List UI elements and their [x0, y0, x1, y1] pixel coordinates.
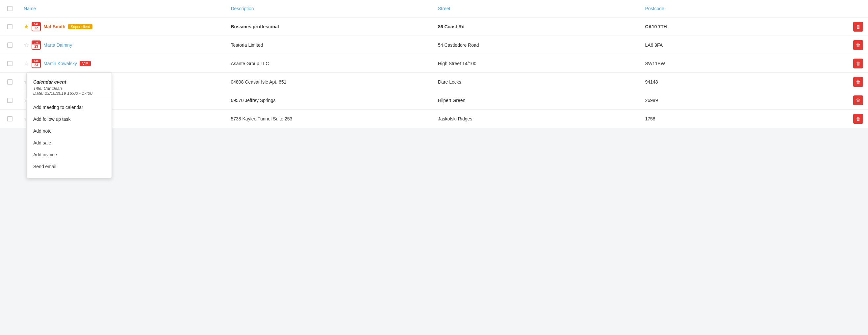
delete-button[interactable]: 🗑	[853, 114, 863, 124]
row-check-cell	[0, 76, 20, 88]
header-name: Name	[20, 3, 227, 14]
popup-add-meeting[interactable]: Add meeting to calendar	[27, 101, 112, 113]
postcode-cell: 26989	[641, 94, 848, 106]
delete-button[interactable]: 🗑	[853, 77, 863, 87]
actions-cell: 🗑	[848, 92, 868, 109]
contact-name-link[interactable]: Marta Daimny	[43, 42, 72, 48]
delete-button[interactable]: 🗑	[853, 40, 863, 50]
postcode-cell: 1758	[641, 113, 848, 125]
contacts-table: Name Description Street Postcode ★ CAL 2…	[0, 0, 868, 128]
actions-cell: 🗑	[848, 19, 868, 35]
postcode-cell: LA6 9FA	[641, 39, 848, 51]
row-checkbox[interactable]	[7, 116, 12, 121]
row-checkbox[interactable]	[7, 42, 12, 48]
popup-add-invoice[interactable]: Add invoice	[27, 149, 112, 160]
actions-cell: 🗑	[848, 111, 868, 127]
calendar-icon[interactable]: CAL 23	[32, 40, 41, 50]
popup-add-sale[interactable]: Add sale	[27, 137, 112, 149]
star-icon[interactable]: ★	[24, 23, 29, 30]
table-row: ☆ CAL 23 Martin Kowalsky VIP Asante Grou…	[0, 54, 868, 73]
popup-subtitle-date: Date: 23/10/2019 16:00 - 17:00	[33, 91, 105, 96]
street-cell: High Street 14/100	[434, 58, 641, 69]
row-checkbox[interactable]	[7, 24, 12, 29]
row-checkbox[interactable]	[7, 98, 12, 103]
select-all-checkbox[interactable]	[7, 6, 12, 11]
street-cell: Jaskolski Ridges	[434, 113, 641, 125]
table-row: ☆ 04808 Ceasar Isle Apt. 651 Dare Locks …	[0, 73, 868, 91]
street-cell: Dare Locks	[434, 76, 641, 88]
calendar-icon[interactable]: CAL 22	[32, 22, 41, 31]
star-icon[interactable]: ☆	[24, 41, 29, 49]
description-cell: 5738 Kaylee Tunnel Suite 253	[227, 113, 434, 125]
description-cell: 69570 Jeffrey Springs	[227, 94, 434, 106]
popup-divider	[27, 100, 112, 100]
row-checkbox[interactable]	[7, 79, 12, 85]
row-check-cell	[0, 39, 20, 51]
row-checkbox[interactable]	[7, 61, 12, 66]
actions-cell: 🗑	[848, 37, 868, 53]
description-cell: 04808 Ceasar Isle Apt. 651	[227, 76, 434, 88]
name-cell: ☆ CAL 23 Martin Kowalsky VIP	[20, 56, 227, 71]
calendar-icon[interactable]: CAL 23	[32, 59, 41, 68]
delete-button[interactable]: 🗑	[853, 95, 863, 105]
delete-button[interactable]: 🗑	[853, 59, 863, 68]
calendar-popup: Calendar event Title: Car clean Date: 23…	[26, 72, 112, 178]
header-check-cell	[0, 3, 20, 14]
postcode-cell: SW11BW	[641, 58, 848, 69]
table-header: Name Description Street Postcode	[0, 0, 868, 18]
name-cell: ★ CAL 22 Mat Smith Super client	[20, 19, 227, 35]
popup-add-followup[interactable]: Add follow up task	[27, 113, 112, 125]
popup-title: Calendar event	[33, 79, 105, 85]
description-cell: Asante Group LLC	[227, 58, 434, 69]
street-cell: 54 Castledore Road	[434, 39, 641, 51]
postcode-cell: CA10 7TH	[641, 21, 848, 33]
table-row: ★ CAL 22 Mat Smith Super client Bussines…	[0, 18, 868, 36]
row-check-cell	[0, 21, 20, 33]
row-check-cell	[0, 94, 20, 106]
street-cell: Hilpert Green	[434, 94, 641, 106]
header-street: Street	[434, 3, 641, 14]
description-cell: Testoria Limited	[227, 39, 434, 51]
header-postcode: Postcode	[641, 3, 848, 14]
street-cell: 86 Coast Rd	[434, 21, 641, 33]
vip-badge: VIP	[80, 61, 91, 66]
header-description: Description	[227, 3, 434, 14]
popup-add-note[interactable]: Add note	[27, 125, 112, 137]
contact-name-link[interactable]: Mat Smith	[43, 24, 65, 29]
row-check-cell	[0, 113, 20, 125]
popup-header: Calendar event Title: Car clean Date: 23…	[27, 78, 112, 100]
delete-button[interactable]: 🗑	[853, 22, 863, 32]
star-icon[interactable]: ☆	[24, 60, 29, 67]
actions-cell: 🗑	[848, 74, 868, 90]
table-row: ☆ 5738 Kaylee Tunnel Suite 253 Jaskolski…	[0, 110, 868, 128]
contact-name-link[interactable]: Martin Kowalsky	[43, 61, 77, 66]
table-row: ☆ tag2 tag3 69570 Jeffrey Springs Hilper…	[0, 91, 868, 110]
gray-footer-area	[0, 128, 868, 210]
description-cell: Bussines proffesional	[227, 21, 434, 33]
table-row: ☆ CAL 23 Marta Daimny Testoria Limited 5…	[0, 36, 868, 54]
postcode-cell: 94148	[641, 76, 848, 88]
popup-send-email[interactable]: Send email	[27, 160, 112, 173]
header-actions	[848, 6, 868, 11]
name-cell: ☆ CAL 23 Marta Daimny	[20, 37, 227, 53]
popup-subtitle-title: Title: Car clean	[33, 86, 105, 91]
row-check-cell	[0, 58, 20, 69]
actions-cell: 🗑	[848, 55, 868, 72]
super-client-badge: Super client	[68, 24, 92, 29]
